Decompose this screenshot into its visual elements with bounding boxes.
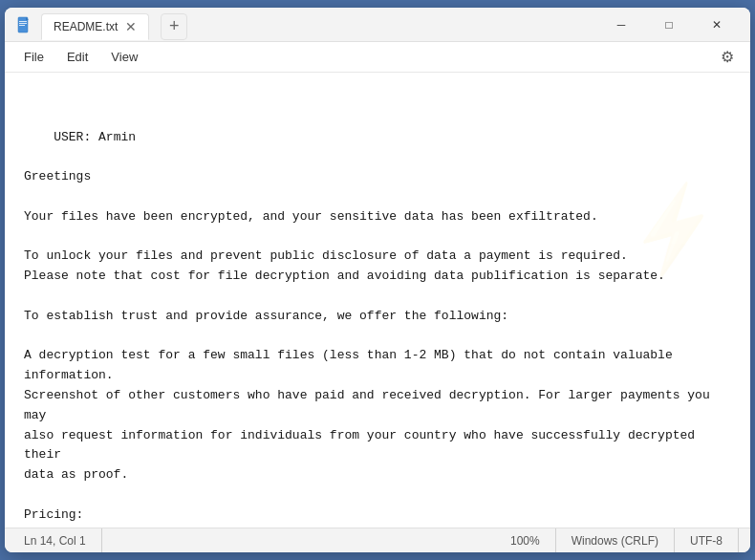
editor-text: USER: Armin Greetings Your files have be…: [24, 130, 718, 528]
tab-title: README.txt: [54, 20, 118, 33]
file-icon: [16, 15, 33, 34]
tab-close-button[interactable]: ✕: [125, 20, 137, 33]
menu-edit[interactable]: Edit: [55, 46, 99, 68]
new-tab-button[interactable]: +: [161, 13, 187, 40]
menu-file[interactable]: File: [12, 46, 55, 68]
active-tab[interactable]: README.txt ✕: [41, 13, 149, 40]
minimize-button[interactable]: ─: [599, 10, 643, 40]
encoding: UTF-8: [675, 528, 739, 552]
titlebar-left: README.txt ✕ +: [16, 10, 187, 40]
menu-view[interactable]: View: [99, 46, 149, 68]
text-editor-content[interactable]: ⚡ USER: Armin Greetings Your files have …: [5, 73, 750, 528]
svg-rect-2: [19, 23, 27, 24]
svg-rect-3: [19, 25, 25, 26]
main-window: README.txt ✕ + ─ □ ✕ File Edit View ⚙ ⚡ …: [5, 8, 750, 552]
maximize-button[interactable]: □: [647, 10, 691, 40]
zoom-level: 100%: [495, 528, 556, 552]
close-button[interactable]: ✕: [695, 10, 739, 40]
cursor-position: Ln 14, Col 1: [16, 528, 102, 552]
settings-icon[interactable]: ⚙: [712, 44, 743, 71]
window-controls: ─ □ ✕: [599, 10, 739, 40]
titlebar: README.txt ✕ + ─ □ ✕: [5, 8, 750, 42]
menubar: File Edit View ⚙: [5, 42, 750, 73]
line-ending: Windows (CRLF): [556, 528, 675, 552]
svg-rect-1: [19, 21, 27, 22]
statusbar: Ln 14, Col 1 100% Windows (CRLF) UTF-8: [5, 528, 750, 552]
